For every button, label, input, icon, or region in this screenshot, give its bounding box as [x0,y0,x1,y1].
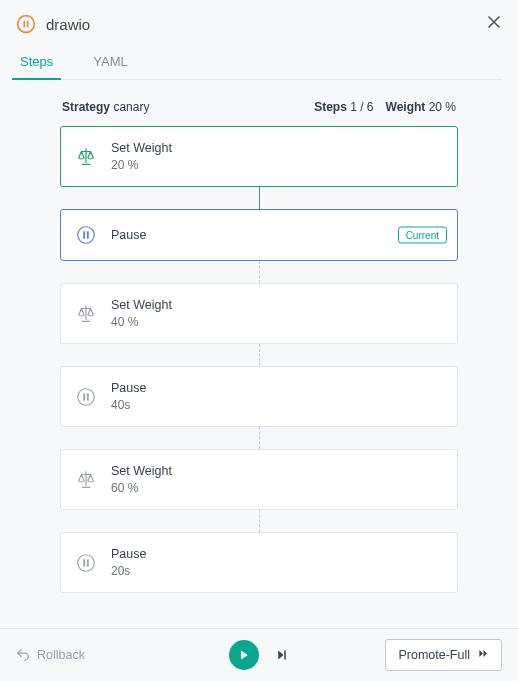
pause-icon [75,386,97,408]
step-title: Pause [111,547,146,561]
svg-rect-4 [83,231,85,238]
svg-rect-10 [83,559,85,566]
step-card[interactable]: Set Weight20 % [60,126,458,187]
step-card[interactable]: Set Weight60 % [60,449,458,510]
weight-value: 20 % [429,100,456,114]
connector [60,427,458,449]
step-sub: 40 % [111,315,172,329]
step-card[interactable]: PauseCurrent [60,209,458,261]
svg-rect-11 [87,559,89,566]
promote-label: Promote-Full [398,648,470,662]
connector [60,344,458,366]
steps-value: 1 / 6 [350,100,373,114]
steps-column: Set Weight20 %PauseCurrentSet Weight40 %… [60,126,458,593]
step-card[interactable]: Pause20s [60,532,458,593]
rollback-button[interactable]: Rollback [16,647,85,664]
connector [60,187,458,209]
svg-rect-5 [87,231,89,238]
svg-point-3 [78,227,95,244]
pause-circle-icon [16,14,36,34]
fast-forward-icon [478,648,489,662]
steps-label: Steps [314,100,347,114]
step-sub: 20s [111,564,146,578]
play-button[interactable] [229,640,259,670]
svg-point-6 [78,388,95,405]
step-sub: 60 % [111,481,172,495]
svg-rect-12 [284,651,286,660]
connector [60,261,458,283]
step-sub: 40s [111,398,146,412]
svg-rect-8 [87,393,89,400]
tab-yaml[interactable]: YAML [89,48,131,79]
page-title: drawio [46,16,90,33]
strategy-label: Strategy [62,100,110,114]
scale-icon [75,146,97,168]
tabs: Steps YAML [16,48,502,80]
rollback-label: Rollback [37,648,85,662]
tab-steps[interactable]: Steps [16,48,57,79]
pause-icon [75,224,97,246]
promote-full-button[interactable]: Promote-Full [385,639,502,671]
svg-rect-2 [27,21,29,28]
step-title: Pause [111,381,146,395]
pause-icon [75,552,97,574]
step-title: Pause [111,228,146,242]
close-icon[interactable] [486,14,504,32]
svg-rect-7 [83,393,85,400]
step-card[interactable]: Set Weight40 % [60,283,458,344]
summary-row: Strategy canary Steps 1 / 6 Weight 20 % [60,100,458,114]
step-card[interactable]: Pause40s [60,366,458,427]
scale-icon [75,469,97,491]
strategy-value: canary [113,100,149,114]
weight-label: Weight [386,100,426,114]
content-area: Strategy canary Steps 1 / 6 Weight 20 % … [0,80,518,628]
step-title: Set Weight [111,141,172,155]
undo-icon [16,647,30,664]
svg-point-0 [18,16,35,33]
step-title: Set Weight [111,464,172,478]
svg-rect-1 [24,21,26,28]
step-sub: 20 % [111,158,172,172]
current-badge: Current [398,227,447,244]
step-title: Set Weight [111,298,172,312]
scale-icon [75,303,97,325]
skip-button[interactable] [275,648,289,662]
svg-point-9 [78,554,95,571]
connector [60,510,458,532]
